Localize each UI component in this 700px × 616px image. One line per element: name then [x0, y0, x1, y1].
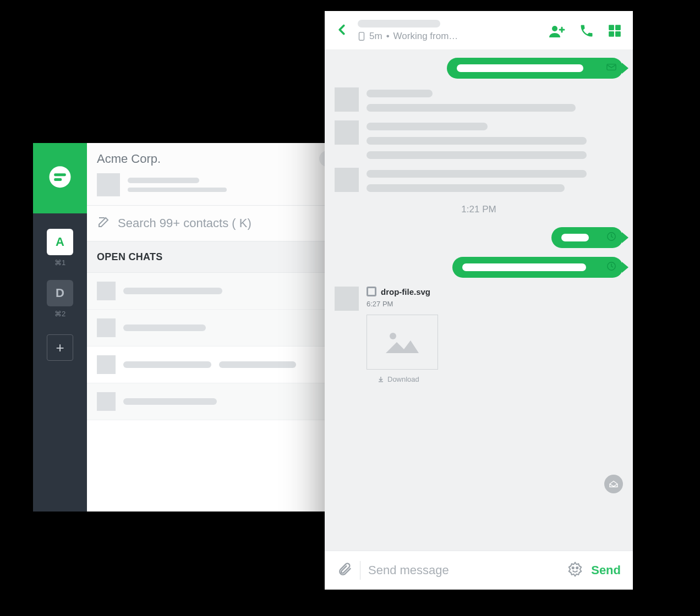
user-status-placeholder — [128, 188, 227, 192]
avatar — [97, 282, 116, 300]
add-workspace-button[interactable]: + — [47, 334, 73, 361]
workspace-shortcut-1: ⌘1 — [54, 258, 65, 267]
outgoing-message[interactable] — [447, 58, 623, 79]
avatar — [335, 120, 359, 145]
chat-header: 5m•Working from… — [325, 11, 633, 50]
workspace-shortcut-2: ⌘2 — [54, 310, 65, 318]
svg-rect-2 — [54, 178, 62, 181]
incoming-file-message[interactable]: drop-file.svg 6:27 PM Download — [335, 287, 623, 383]
send-button[interactable]: Send — [591, 563, 621, 578]
compose-icon[interactable] — [97, 216, 110, 231]
incoming-message[interactable] — [335, 87, 623, 112]
outgoing-message[interactable] — [551, 227, 623, 248]
chat-name-placeholder — [123, 324, 206, 331]
avatar — [97, 318, 116, 337]
chat-name-placeholder — [123, 288, 222, 294]
avatar — [335, 168, 359, 192]
avatar — [97, 173, 120, 196]
workspace-tile-a[interactable]: A — [47, 229, 73, 255]
file-timestamp: 6:27 PM — [367, 300, 438, 308]
avatar — [97, 392, 116, 411]
search-input[interactable]: Search 99+ contacts ( K) — [118, 216, 348, 230]
workspace-title: Acme Corp. — [97, 152, 161, 166]
clock-pending-icon — [606, 261, 616, 273]
svg-rect-6 — [615, 25, 621, 30]
attachment-icon[interactable] — [337, 562, 352, 579]
workspace-tile-d[interactable]: D — [47, 280, 73, 306]
download-button[interactable]: Download — [378, 375, 438, 383]
svg-rect-7 — [609, 31, 614, 37]
svg-point-12 — [390, 333, 396, 339]
svg-point-4 — [552, 26, 557, 31]
chat-name-placeholder — [123, 398, 217, 405]
apps-grid-icon[interactable] — [608, 24, 622, 38]
chat-name-placeholder — [219, 361, 296, 368]
add-person-icon[interactable] — [548, 23, 566, 38]
file-name: drop-file.svg — [381, 287, 430, 296]
workspace-sidebar: A ⌘1 D ⌘2 + — [33, 143, 87, 512]
svg-point-14 — [576, 567, 578, 569]
chat-body[interactable]: 1:21 PM drop-file.svg 6:27 PM — [325, 50, 633, 551]
svg-rect-5 — [609, 25, 614, 30]
svg-rect-1 — [54, 173, 66, 176]
avatar — [335, 287, 359, 311]
svg-rect-8 — [615, 31, 621, 37]
desktop-panel: A ⌘1 D ⌘2 + Acme Corp. +Invite — [33, 143, 374, 512]
sticker-icon[interactable] — [567, 561, 583, 580]
contact-name-placeholder — [358, 20, 440, 28]
svg-rect-9 — [607, 64, 616, 70]
mobile-chat-panel: 5m•Working from… — [325, 11, 633, 590]
clock-pending-icon — [606, 232, 616, 244]
svg-rect-3 — [359, 32, 364, 40]
back-icon[interactable] — [333, 21, 350, 40]
section-title: OPEN CHATS — [97, 251, 347, 263]
timeline-timestamp: 1:21 PM — [335, 204, 623, 215]
workspace-list: A ⌘1 D ⌘2 + — [47, 213, 73, 361]
call-icon[interactable] — [579, 23, 594, 38]
message-composer: Send message Send — [325, 551, 633, 590]
chat-name-placeholder — [123, 361, 211, 368]
incoming-message[interactable] — [335, 120, 623, 159]
mail-sent-icon — [606, 63, 616, 73]
read-receipt-icon — [604, 475, 623, 493]
divider — [360, 561, 360, 580]
image-file-icon — [367, 287, 376, 296]
svg-point-13 — [572, 567, 574, 569]
contact-status: 5m•Working from… — [358, 31, 543, 42]
incoming-message[interactable] — [335, 168, 623, 192]
image-thumbnail[interactable] — [367, 315, 438, 370]
outgoing-message[interactable] — [452, 257, 623, 278]
mobile-device-icon — [358, 31, 365, 41]
app-logo[interactable] — [33, 143, 87, 213]
user-name-placeholder — [128, 178, 199, 183]
avatar — [335, 87, 359, 112]
message-input[interactable]: Send message — [368, 563, 559, 578]
avatar — [97, 355, 116, 374]
download-icon — [378, 376, 384, 383]
